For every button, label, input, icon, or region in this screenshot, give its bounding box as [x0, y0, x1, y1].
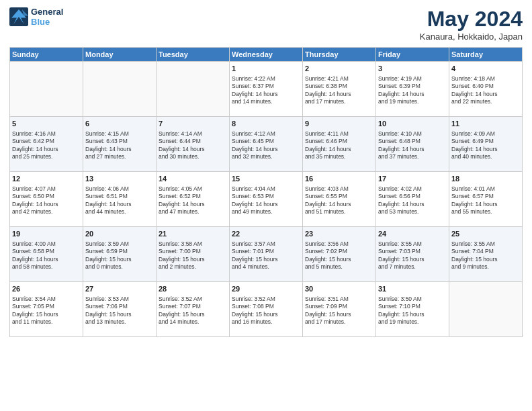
calendar-week-2: 5Sunrise: 4:16 AMSunset: 6:42 PMDaylight…	[10, 117, 523, 172]
day-info: Sunrise: 3:53 AMSunset: 7:06 PMDaylight:…	[85, 295, 154, 326]
weekday-header-row: SundayMondayTuesdayWednesdayThursdayFrid…	[10, 48, 523, 62]
day-number: 7	[159, 119, 227, 129]
calendar-week-3: 12Sunrise: 4:07 AMSunset: 6:50 PMDayligh…	[10, 172, 523, 227]
day-info: Sunrise: 3:52 AMSunset: 7:07 PMDaylight:…	[159, 295, 227, 326]
day-number: 29	[232, 284, 300, 294]
calendar-cell: 5Sunrise: 4:16 AMSunset: 6:42 PMDaylight…	[10, 117, 83, 172]
day-number: 1	[232, 64, 300, 74]
calendar-week-5: 26Sunrise: 3:54 AMSunset: 7:05 PMDayligh…	[10, 282, 523, 337]
day-info: Sunrise: 4:15 AMSunset: 6:43 PMDaylight:…	[85, 130, 154, 161]
day-info: Sunrise: 3:51 AMSunset: 7:09 PMDaylight:…	[305, 295, 373, 326]
day-info: Sunrise: 3:55 AMSunset: 7:03 PMDaylight:…	[378, 240, 447, 271]
day-info: Sunrise: 4:11 AMSunset: 6:46 PMDaylight:…	[305, 130, 373, 161]
day-number: 31	[378, 284, 447, 294]
calendar-cell: 2Sunrise: 4:21 AMSunset: 6:38 PMDaylight…	[303, 62, 376, 117]
day-number: 9	[305, 119, 373, 129]
day-number: 14	[159, 174, 227, 184]
calendar-cell: 7Sunrise: 4:14 AMSunset: 6:44 PMDaylight…	[157, 117, 230, 172]
day-number: 6	[85, 119, 154, 129]
calendar-cell: 9Sunrise: 4:11 AMSunset: 6:46 PMDaylight…	[303, 117, 376, 172]
day-info: Sunrise: 3:55 AMSunset: 7:04 PMDaylight:…	[451, 240, 520, 271]
calendar-cell: 3Sunrise: 4:19 AMSunset: 6:39 PMDaylight…	[376, 62, 449, 117]
day-info: Sunrise: 3:50 AMSunset: 7:10 PMDaylight:…	[378, 295, 447, 326]
calendar-cell: 24Sunrise: 3:55 AMSunset: 7:03 PMDayligh…	[376, 227, 449, 282]
calendar-cell: 22Sunrise: 3:57 AMSunset: 7:01 PMDayligh…	[230, 227, 303, 282]
day-number: 25	[451, 229, 520, 239]
day-number: 24	[378, 229, 447, 239]
location: Kanaura, Hokkaido, Japan	[420, 32, 523, 42]
calendar-cell: 12Sunrise: 4:07 AMSunset: 6:50 PMDayligh…	[10, 172, 83, 227]
month-title: May 2024	[420, 7, 523, 32]
day-info: Sunrise: 3:59 AMSunset: 6:59 PMDaylight:…	[85, 240, 154, 271]
day-number: 10	[378, 119, 447, 129]
day-number: 20	[85, 229, 154, 239]
calendar-cell: 16Sunrise: 4:03 AMSunset: 6:55 PMDayligh…	[303, 172, 376, 227]
calendar-page: General Blue May 2024 Kanaura, Hokkaido,…	[0, 0, 532, 411]
calendar-cell: 31Sunrise: 3:50 AMSunset: 7:10 PMDayligh…	[376, 282, 449, 337]
day-info: Sunrise: 4:12 AMSunset: 6:45 PMDaylight:…	[232, 130, 300, 161]
calendar-table: SundayMondayTuesdayWednesdayThursdayFrid…	[9, 47, 523, 337]
header: General Blue May 2024 Kanaura, Hokkaido,…	[9, 7, 523, 42]
calendar-cell: 10Sunrise: 4:10 AMSunset: 6:48 PMDayligh…	[376, 117, 449, 172]
day-info: Sunrise: 4:06 AMSunset: 6:51 PMDaylight:…	[85, 185, 154, 216]
calendar-cell: 28Sunrise: 3:52 AMSunset: 7:07 PMDayligh…	[157, 282, 230, 337]
day-info: Sunrise: 4:03 AMSunset: 6:55 PMDaylight:…	[305, 185, 373, 216]
day-info: Sunrise: 4:07 AMSunset: 6:50 PMDaylight:…	[12, 185, 81, 216]
day-number: 13	[85, 174, 154, 184]
day-number: 17	[378, 174, 447, 184]
day-info: Sunrise: 4:04 AMSunset: 6:53 PMDaylight:…	[232, 185, 300, 216]
day-info: Sunrise: 3:56 AMSunset: 7:02 PMDaylight:…	[305, 240, 373, 271]
day-info: Sunrise: 4:14 AMSunset: 6:44 PMDaylight:…	[159, 130, 227, 161]
weekday-header-monday: Monday	[83, 48, 157, 62]
weekday-header-friday: Friday	[376, 48, 449, 62]
logo: General Blue	[9, 7, 63, 27]
weekday-header-thursday: Thursday	[303, 48, 376, 62]
calendar-cell	[83, 62, 157, 117]
logo-text: General Blue	[31, 7, 63, 27]
weekday-header-tuesday: Tuesday	[157, 48, 230, 62]
calendar-cell: 30Sunrise: 3:51 AMSunset: 7:09 PMDayligh…	[303, 282, 376, 337]
day-info: Sunrise: 4:22 AMSunset: 6:37 PMDaylight:…	[232, 75, 300, 106]
day-info: Sunrise: 4:01 AMSunset: 6:57 PMDaylight:…	[451, 185, 520, 216]
day-number: 26	[12, 284, 81, 294]
weekday-header-wednesday: Wednesday	[230, 48, 303, 62]
calendar-cell: 1Sunrise: 4:22 AMSunset: 6:37 PMDaylight…	[230, 62, 303, 117]
weekday-header-sunday: Sunday	[10, 48, 83, 62]
calendar-week-4: 19Sunrise: 4:00 AMSunset: 6:58 PMDayligh…	[10, 227, 523, 282]
day-number: 2	[305, 64, 373, 74]
day-number: 19	[12, 229, 81, 239]
day-number: 18	[451, 174, 520, 184]
calendar-cell: 21Sunrise: 3:58 AMSunset: 7:00 PMDayligh…	[157, 227, 230, 282]
calendar-week-1: 1Sunrise: 4:22 AMSunset: 6:37 PMDaylight…	[10, 62, 523, 117]
calendar-cell: 13Sunrise: 4:06 AMSunset: 6:51 PMDayligh…	[83, 172, 157, 227]
day-info: Sunrise: 4:00 AMSunset: 6:58 PMDaylight:…	[12, 240, 81, 271]
day-info: Sunrise: 4:10 AMSunset: 6:48 PMDaylight:…	[378, 130, 447, 161]
calendar-cell: 4Sunrise: 4:18 AMSunset: 6:40 PMDaylight…	[449, 62, 523, 117]
calendar-cell: 23Sunrise: 3:56 AMSunset: 7:02 PMDayligh…	[303, 227, 376, 282]
day-number: 23	[305, 229, 373, 239]
calendar-cell: 20Sunrise: 3:59 AMSunset: 6:59 PMDayligh…	[83, 227, 157, 282]
calendar-cell	[157, 62, 230, 117]
day-info: Sunrise: 4:05 AMSunset: 6:52 PMDaylight:…	[159, 185, 227, 216]
calendar-cell: 6Sunrise: 4:15 AMSunset: 6:43 PMDaylight…	[83, 117, 157, 172]
day-info: Sunrise: 4:21 AMSunset: 6:38 PMDaylight:…	[305, 75, 373, 106]
day-number: 5	[12, 119, 81, 129]
day-info: Sunrise: 4:19 AMSunset: 6:39 PMDaylight:…	[378, 75, 447, 106]
weekday-header-saturday: Saturday	[449, 48, 523, 62]
calendar-cell: 26Sunrise: 3:54 AMSunset: 7:05 PMDayligh…	[10, 282, 83, 337]
calendar-cell: 25Sunrise: 3:55 AMSunset: 7:04 PMDayligh…	[449, 227, 523, 282]
calendar-cell: 14Sunrise: 4:05 AMSunset: 6:52 PMDayligh…	[157, 172, 230, 227]
day-number: 22	[232, 229, 300, 239]
day-info: Sunrise: 3:57 AMSunset: 7:01 PMDaylight:…	[232, 240, 300, 271]
day-info: Sunrise: 4:16 AMSunset: 6:42 PMDaylight:…	[12, 130, 81, 161]
calendar-cell: 27Sunrise: 3:53 AMSunset: 7:06 PMDayligh…	[83, 282, 157, 337]
calendar-cell	[449, 282, 523, 337]
day-number: 11	[451, 119, 520, 129]
calendar-cell	[10, 62, 83, 117]
calendar-cell: 8Sunrise: 4:12 AMSunset: 6:45 PMDaylight…	[230, 117, 303, 172]
day-info: Sunrise: 4:02 AMSunset: 6:56 PMDaylight:…	[378, 185, 447, 216]
day-number: 21	[159, 229, 227, 239]
day-number: 30	[305, 284, 373, 294]
day-number: 12	[12, 174, 81, 184]
day-info: Sunrise: 3:52 AMSunset: 7:08 PMDaylight:…	[232, 295, 300, 326]
